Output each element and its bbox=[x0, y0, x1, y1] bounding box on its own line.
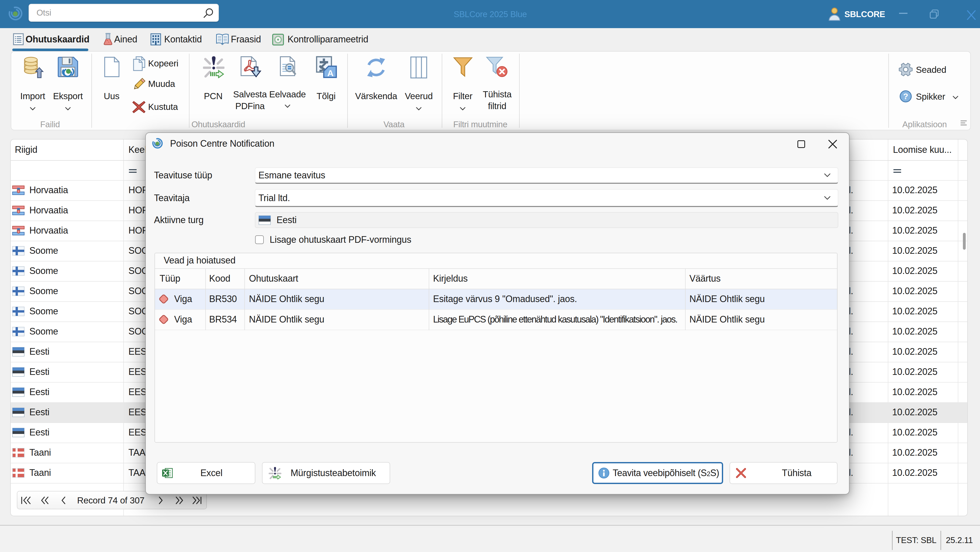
svg-text:A: A bbox=[327, 68, 334, 78]
svg-text:?: ? bbox=[903, 92, 908, 101]
